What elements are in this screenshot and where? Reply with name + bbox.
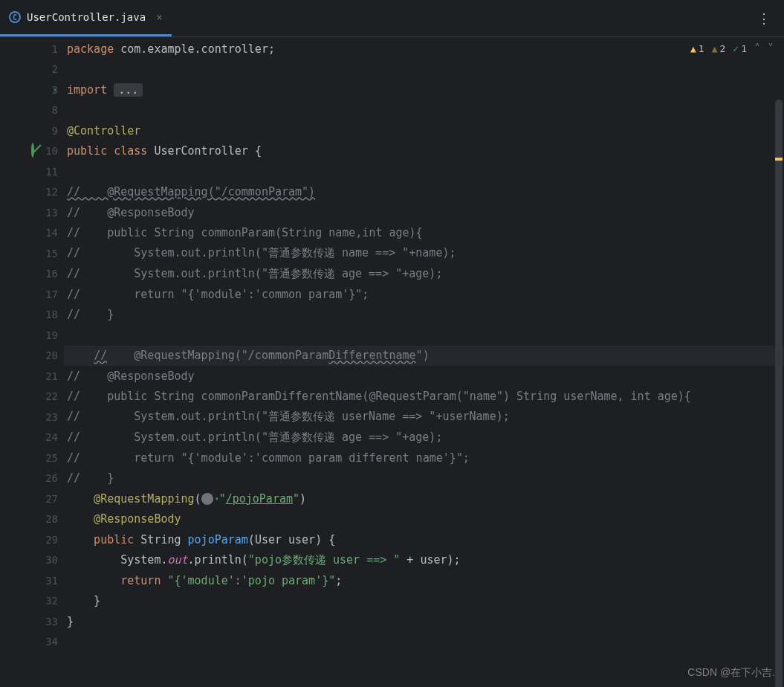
warning-icon: ▲	[690, 43, 696, 54]
tab-label: UserController.java	[27, 11, 146, 23]
code-line: @Controller	[64, 120, 784, 141]
code-line: import ...	[64, 80, 784, 100]
line-number: 16	[34, 268, 58, 280]
editor: 1 2 3› 8 9 10 11 12 13 14 15 16 17 18 19…	[0, 37, 784, 687]
ok-count: 1	[741, 43, 747, 54]
line-number: 28	[34, 513, 58, 525]
code-line-current: // @RequestMapping("/commonParamDifferen…	[64, 346, 784, 367]
close-icon[interactable]: ×	[156, 11, 162, 23]
line-number: 18	[34, 309, 58, 320]
gutter: 1 2 3› 8 9 10 11 12 13 14 15 16 17 18 19…	[0, 37, 64, 687]
line-number: 13	[34, 207, 58, 219]
line-number: 19	[34, 329, 58, 341]
code-line: // System.out.println("普通参数传递 age ==> "+…	[64, 428, 784, 448]
spring-bean-icon[interactable]	[31, 144, 45, 158]
code-line: System.out.println("pojo参数传递 user ==> " …	[64, 550, 784, 571]
code-line: // }	[64, 468, 784, 489]
tab-usercontroller[interactable]: C UserController.java ×	[0, 0, 172, 36]
line-number: 22	[34, 390, 58, 402]
line-number: 15	[34, 248, 58, 259]
line-number: 12	[34, 186, 58, 198]
code-line: // System.out.println("普通参数传递 age ==> "+…	[64, 264, 784, 285]
code-line: // public String commonParam(String name…	[64, 223, 784, 244]
scrollbar[interactable]	[774, 100, 784, 687]
line-number: 30	[34, 554, 58, 566]
code-line: return "{'module':'pojo param'}";	[64, 570, 784, 591]
code-line: // return "{'module':'common param diffe…	[64, 448, 784, 468]
code-line: // return "{'module':'common param'}";	[64, 284, 784, 305]
line-number: 31	[34, 575, 58, 587]
code-line: package com.example.controller;	[64, 39, 784, 59]
fold-region[interactable]: ...	[114, 83, 143, 97]
line-number: 24	[34, 431, 58, 443]
next-highlight-icon[interactable]: ˅	[768, 42, 774, 56]
code-line: public String pojoParam(User user) {	[64, 529, 784, 550]
code-line: @ResponseBody	[64, 509, 784, 530]
line-number: 26	[34, 472, 58, 484]
code-line	[64, 325, 784, 346]
code-line: public class UserController {	[64, 141, 784, 162]
line-number: 20	[34, 349, 58, 361]
line-number: 2	[34, 63, 58, 75]
line-number: 14	[34, 227, 58, 239]
code-line: }	[64, 591, 784, 612]
code-line: // @RequestMapping("/commonParam")	[64, 182, 784, 203]
code-line	[64, 632, 784, 653]
code-line: }	[64, 611, 784, 632]
tab-bar: C UserController.java × ⋮	[0, 0, 784, 37]
check-icon: ✓	[733, 43, 739, 54]
code-line: // @ResponseBody	[64, 202, 784, 223]
weak-warning-count: 2	[720, 43, 726, 54]
warning-count: 1	[699, 43, 704, 54]
line-number: 11	[34, 166, 58, 178]
line-number: 8	[34, 104, 58, 116]
line-number: 27	[34, 493, 58, 505]
code-line	[64, 59, 784, 80]
inspection-widget[interactable]: ▲1 ▲2 ✓1 ˄ ˅	[690, 42, 774, 56]
line-number: 32	[34, 595, 58, 607]
globe-icon[interactable]	[201, 493, 213, 505]
code-line: // System.out.println("普通参数传递 name ==> "…	[64, 243, 784, 264]
code-line: // public String commonParamDifferentNam…	[64, 387, 784, 407]
line-number: 17	[34, 288, 58, 300]
code-area[interactable]: package com.example.controller; import .…	[64, 37, 784, 687]
warning-marker[interactable]	[775, 158, 783, 161]
scrollbar-thumb[interactable]	[775, 100, 783, 687]
line-number: 33	[34, 616, 58, 628]
java-class-icon: C	[9, 11, 21, 23]
code-line: // }	[64, 305, 784, 326]
code-line: @RequestMapping(▾"/pojoParam")	[64, 488, 784, 509]
line-number: 9	[34, 125, 58, 137]
line-number: 21	[34, 370, 58, 382]
code-line	[64, 100, 784, 121]
weak-warning-icon: ▲	[712, 43, 718, 54]
line-number: 34	[34, 636, 58, 648]
line-number: 25	[34, 452, 58, 464]
web-endpoint-icon[interactable]	[31, 533, 45, 546]
line-number: 1	[34, 43, 58, 55]
fold-icon[interactable]: ›	[52, 85, 57, 95]
prev-highlight-icon[interactable]: ˄	[754, 42, 760, 56]
line-number: 23	[34, 411, 58, 423]
more-icon[interactable]: ⋮	[757, 10, 772, 26]
watermark: CSDN @在下小吉.	[687, 666, 775, 680]
code-line: // @ResponseBody	[64, 366, 784, 387]
code-line: // System.out.println("普通参数传递 userName =…	[64, 407, 784, 428]
code-line	[64, 161, 784, 182]
